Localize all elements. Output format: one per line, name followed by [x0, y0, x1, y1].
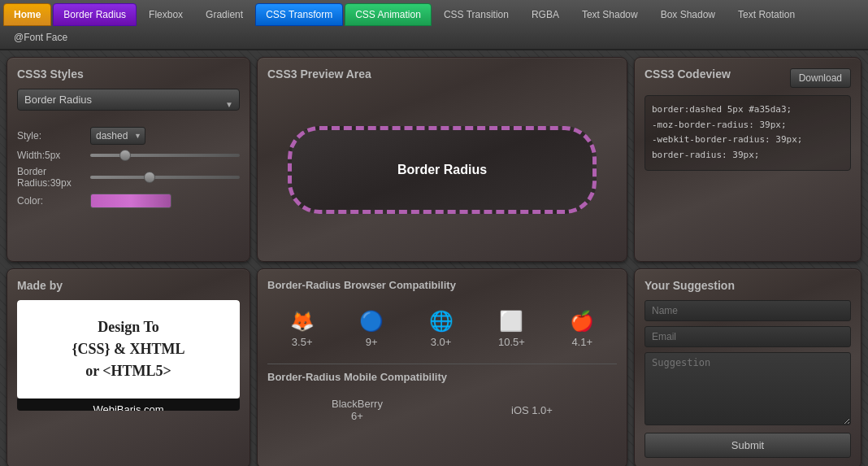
- styles-panel-title: CSS3 Styles: [17, 68, 240, 81]
- preview-box-text: Border Radius: [397, 163, 487, 176]
- color-label: Color:: [17, 195, 90, 207]
- chrome-version: 3.0+: [431, 336, 452, 348]
- mobile-compat-section: Border-Radius Mobile Compatibility Black…: [267, 364, 617, 430]
- style-dropdown-wrap: dashed solid dotted double: [90, 127, 145, 145]
- property-dropdown-wrap: Border Radius: [17, 89, 240, 119]
- property-dropdown[interactable]: Border Radius: [17, 89, 240, 111]
- name-input[interactable]: [644, 300, 851, 321]
- browser-compat-title: Border-Radius Browser Compatibility: [267, 279, 617, 291]
- mobile-row: BlackBerry6+ iOS 1.0+: [267, 390, 617, 430]
- radius-label: Border Radius:39px: [17, 166, 90, 189]
- browser-row: 🦊 3.5+ 🔵 9+ 🌐 3.0+ ⬜ 10.5+ 🍎 4.1+: [267, 298, 617, 360]
- nav-tab-box-shadow[interactable]: Box Shadow: [650, 3, 726, 26]
- email-input[interactable]: [644, 326, 851, 347]
- codeview-panel: CSS3 Codeview Download border:dashed 5px…: [634, 57, 861, 262]
- brand-url: WebiBaris.com: [17, 398, 240, 411]
- nav-tab-flexbox[interactable]: Flexbox: [138, 3, 193, 26]
- ie-version: 9+: [366, 336, 378, 348]
- width-label: Width:5px: [17, 150, 90, 161]
- preview-area: Border Radius: [267, 89, 617, 251]
- submit-button[interactable]: Submit: [644, 433, 851, 458]
- code-block: border:dashed 5px #a35da3; -moz-border-r…: [644, 95, 851, 171]
- nav-tab-home[interactable]: Home: [3, 3, 51, 26]
- main-content: CSS3 Styles Border Radius Style: dashed …: [0, 50, 868, 466]
- nav-tab-text-shadow[interactable]: Text Shadow: [571, 3, 649, 26]
- code-line-4: border-radius: 39px;: [652, 148, 844, 163]
- nav-tab-gradient[interactable]: Gradient: [195, 3, 254, 26]
- mobile-ios: iOS 1.0+: [511, 404, 553, 416]
- nav-tab-border-radius[interactable]: Border Radius: [53, 3, 137, 26]
- firefox-icon: 🦊: [290, 310, 315, 333]
- color-swatch[interactable]: [90, 194, 171, 208]
- style-field-row: Style: dashed solid dotted double: [17, 127, 240, 145]
- nav-tab-text-rotation[interactable]: Text Rotation: [727, 3, 805, 26]
- opera-icon: ⬜: [498, 310, 525, 333]
- compat-panel: Border-Radius Browser Compatibility 🦊 3.…: [257, 268, 627, 466]
- suggestion-textarea[interactable]: [644, 352, 851, 425]
- browser-safari: 🍎 4.1+: [570, 310, 594, 348]
- madeby-title: Made by: [17, 279, 240, 292]
- browser-ie: 🔵 9+: [359, 310, 384, 348]
- navigation: HomeBorder RadiusFlexboxGradientCSS Tran…: [0, 0, 868, 50]
- preview-box: Border Radius: [288, 126, 597, 214]
- safari-icon: 🍎: [570, 310, 594, 333]
- download-button[interactable]: Download: [790, 68, 851, 88]
- mobile-compat-title: Border-Radius Mobile Compatibility: [267, 371, 617, 383]
- codeview-header: CSS3 Codeview Download: [644, 68, 851, 89]
- browser-firefox: 🦊 3.5+: [290, 310, 315, 348]
- codeview-title: CSS3 Codeview: [644, 68, 731, 81]
- width-slider[interactable]: [90, 154, 240, 157]
- nav-tab-css-transform[interactable]: CSS Transform: [255, 3, 343, 26]
- safari-version: 4.1+: [571, 336, 592, 348]
- nav-tab-rgba[interactable]: RGBA: [521, 3, 570, 26]
- mobile-blackberry: BlackBerry6+: [332, 398, 383, 422]
- style-label: Style:: [17, 130, 90, 142]
- color-field-row: Color:: [17, 194, 240, 208]
- style-select[interactable]: dashed solid dotted double: [90, 127, 145, 145]
- code-line-1: border:dashed 5px #a35da3;: [652, 102, 844, 118]
- code-line-2: -moz-border-radius: 39px;: [652, 118, 844, 133]
- radius-field-row: Border Radius:39px: [17, 166, 240, 189]
- preview-panel: CSS3 Preview Area Border Radius: [257, 57, 627, 262]
- brand-line1: Design To: [33, 316, 224, 338]
- ios-label: iOS 1.0+: [511, 404, 553, 416]
- nav-tab-@font-face[interactable]: @Font Face: [3, 26, 78, 49]
- opera-version: 10.5+: [498, 336, 525, 348]
- width-field-row: Width:5px: [17, 150, 240, 161]
- brand-line2: {CSS} & XHTML: [33, 338, 224, 360]
- ie-icon: 🔵: [359, 310, 384, 333]
- preview-panel-title: CSS3 Preview Area: [267, 68, 617, 81]
- brand-card: Design To {CSS} & XHTML or <HTML5>: [17, 300, 240, 398]
- brand-line3: or <HTML5>: [33, 360, 224, 382]
- nav-tab-css-animation[interactable]: CSS Animation: [345, 3, 432, 26]
- suggestion-panel: Your Suggestion Submit: [634, 268, 861, 466]
- suggestion-title: Your Suggestion: [644, 279, 851, 292]
- firefox-version: 3.5+: [292, 336, 313, 348]
- nav-tab-css-transition[interactable]: CSS Transition: [433, 3, 519, 26]
- blackberry-label: BlackBerry6+: [332, 398, 383, 422]
- browser-chrome: 🌐 3.0+: [429, 310, 454, 348]
- browser-opera: ⬜ 10.5+: [498, 310, 525, 348]
- styles-panel: CSS3 Styles Border Radius Style: dashed …: [7, 57, 250, 262]
- code-line-3: -webkit-border-radius: 39px;: [652, 133, 844, 148]
- chrome-icon: 🌐: [429, 310, 454, 333]
- radius-slider[interactable]: [90, 176, 240, 179]
- madeby-panel: Made by Design To {CSS} & XHTML or <HTML…: [7, 268, 250, 466]
